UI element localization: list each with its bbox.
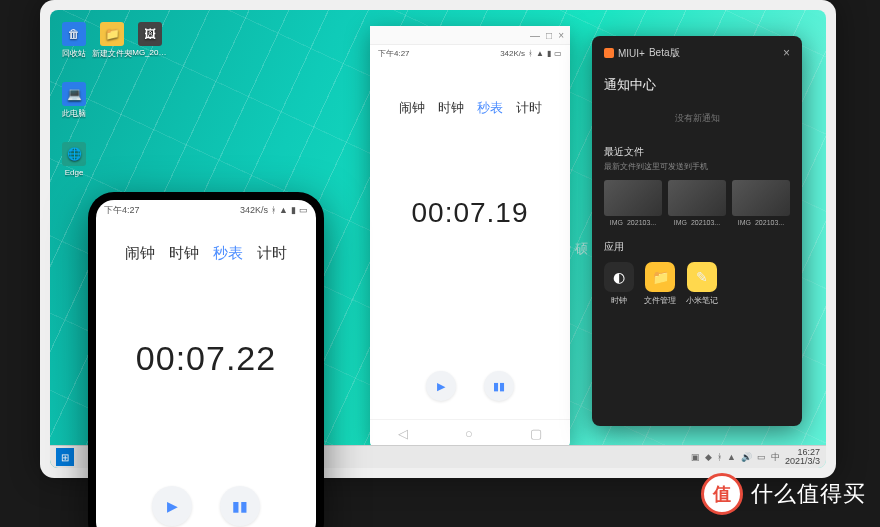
- note-icon: ✎: [687, 262, 717, 292]
- miui-brand: MIUI+: [618, 48, 645, 59]
- android-nav-bar: ◁ ○ ▢: [370, 419, 570, 446]
- start-button[interactable]: ⊞: [56, 448, 74, 466]
- miui-logo-icon: [604, 48, 614, 58]
- desktop-icon-image[interactable]: 🖼IMG_202103: [136, 22, 164, 57]
- maximize-button[interactable]: □: [546, 30, 552, 41]
- tray-icon[interactable]: ▣: [691, 452, 700, 462]
- empty-notification-text: 没有新通知: [604, 112, 790, 125]
- miui-plus-panel[interactable]: MIUI+Beta版 × 通知中心 没有新通知 最近文件 最新文件到这里可发送到…: [592, 36, 802, 426]
- play-button[interactable]: ▶: [152, 486, 192, 526]
- thumbnail-icon: [604, 180, 662, 216]
- bluetooth-icon: ᚼ: [528, 49, 533, 58]
- notification-center-title: 通知中心: [604, 76, 790, 94]
- stopwatch-time-phone: 00:07.22: [96, 339, 316, 378]
- mirror-status-bar: 下午4:27 342K/sᚼ▲▮▭: [370, 45, 570, 61]
- pause-button[interactable]: ▮▮: [484, 371, 514, 401]
- folder-icon: 📁: [645, 262, 675, 292]
- wifi-icon: ▲: [279, 205, 288, 215]
- taskbar-date[interactable]: 2021/3/3: [785, 457, 820, 466]
- tab-clock[interactable]: 时钟: [438, 99, 464, 117]
- status-net: 342K/s: [500, 49, 525, 58]
- screen-mirror-window[interactable]: — □ × 下午4:27 342K/sᚼ▲▮▭ 闹钟 时钟 秒表 计时 00:: [370, 26, 570, 446]
- recent-file-thumb[interactable]: IMG_202103...: [668, 180, 726, 226]
- minimize-button[interactable]: —: [530, 30, 540, 41]
- folder-icon: 📁: [100, 22, 124, 46]
- miui-close-button[interactable]: ×: [783, 46, 790, 60]
- mirror-titlebar[interactable]: — □ ×: [370, 26, 570, 45]
- phone-screen[interactable]: 下午4:27 342K/sᚼ▲▮▭ 闹钟 时钟 秒表 计时 00:07.22 ▶…: [96, 200, 316, 527]
- recent-files-title: 最近文件: [604, 145, 790, 159]
- clock-icon: ◐: [604, 262, 634, 292]
- thumbnail-icon: [668, 180, 726, 216]
- wifi-icon: ▲: [536, 49, 544, 58]
- app-clock[interactable]: ◐时钟: [604, 262, 634, 306]
- miui-beta: Beta版: [649, 46, 680, 60]
- stopwatch-time-mirror: 00:07.19: [370, 197, 570, 229]
- desktop-icon-recycle[interactable]: 🗑回收站: [60, 22, 88, 59]
- thumbnail-icon: [732, 180, 790, 216]
- battery-icon[interactable]: ▭: [757, 452, 766, 462]
- desktop-icon-pc[interactable]: 💻此电脑: [60, 82, 88, 119]
- app-notes[interactable]: ✎小米笔记: [686, 262, 718, 306]
- watermark-text: 什么值得买: [751, 479, 866, 509]
- wifi-icon[interactable]: ▲: [727, 452, 736, 462]
- clock-tabs: 闹钟 时钟 秒表 计时: [370, 99, 570, 117]
- battery-icon: ▭: [554, 49, 562, 58]
- watermark-badge: 值: [701, 473, 743, 515]
- clock-tabs: 闹钟 时钟 秒表 计时: [96, 244, 316, 263]
- app-files[interactable]: 📁文件管理: [644, 262, 676, 306]
- desktop-icon-folder[interactable]: 📁新建文件夹: [98, 22, 126, 59]
- pause-button[interactable]: ▮▮: [220, 486, 260, 526]
- pc-icon: 💻: [62, 82, 86, 106]
- bluetooth-icon[interactable]: ᚼ: [717, 452, 722, 462]
- nav-recent[interactable]: ▢: [530, 426, 542, 441]
- image-icon: 🖼: [138, 22, 162, 46]
- tab-stopwatch[interactable]: 秒表: [477, 99, 503, 117]
- desktop-icon-edge[interactable]: 🌐Edge: [60, 142, 88, 177]
- recent-file-thumb[interactable]: IMG_202103...: [604, 180, 662, 226]
- tab-clock[interactable]: 时钟: [169, 244, 199, 263]
- recent-files-subtitle: 最新文件到这里可发送到手机: [604, 161, 790, 172]
- watermark: 值 什么值得买: [701, 473, 866, 515]
- battery-icon: ▭: [299, 205, 308, 215]
- play-button[interactable]: ▶: [426, 371, 456, 401]
- volume-icon[interactable]: 🔊: [741, 452, 752, 462]
- edge-icon: 🌐: [62, 142, 86, 166]
- tab-alarm[interactable]: 闹钟: [125, 244, 155, 263]
- tab-stopwatch[interactable]: 秒表: [213, 244, 243, 263]
- apps-title: 应用: [604, 240, 790, 254]
- physical-phone: 下午4:27 342K/sᚼ▲▮▭ 闹钟 时钟 秒表 计时 00:07.22 ▶…: [88, 192, 324, 527]
- status-time: 下午4:27: [378, 48, 410, 59]
- tray-icon[interactable]: ◆: [705, 452, 712, 462]
- system-tray[interactable]: ▣ ◆ ᚼ ▲ 🔊 ▭ 中 16:27 2021/3/3: [691, 448, 820, 466]
- tab-alarm[interactable]: 闹钟: [399, 99, 425, 117]
- close-button[interactable]: ×: [558, 30, 564, 41]
- status-time: 下午4:27: [104, 204, 140, 217]
- phone-status-bar: 下午4:27 342K/sᚼ▲▮▭: [96, 200, 316, 220]
- signal-icon: ▮: [291, 205, 296, 215]
- tab-timer[interactable]: 计时: [516, 99, 542, 117]
- status-net: 342K/s: [240, 205, 268, 215]
- signal-icon: ▮: [547, 49, 551, 58]
- recent-file-thumb[interactable]: IMG_202103...: [732, 180, 790, 226]
- nav-back[interactable]: ◁: [398, 426, 408, 441]
- ime-indicator[interactable]: 中: [771, 451, 780, 464]
- tab-timer[interactable]: 计时: [257, 244, 287, 263]
- recycle-icon: 🗑: [62, 22, 86, 46]
- nav-home[interactable]: ○: [465, 426, 473, 441]
- bluetooth-icon: ᚼ: [271, 205, 276, 215]
